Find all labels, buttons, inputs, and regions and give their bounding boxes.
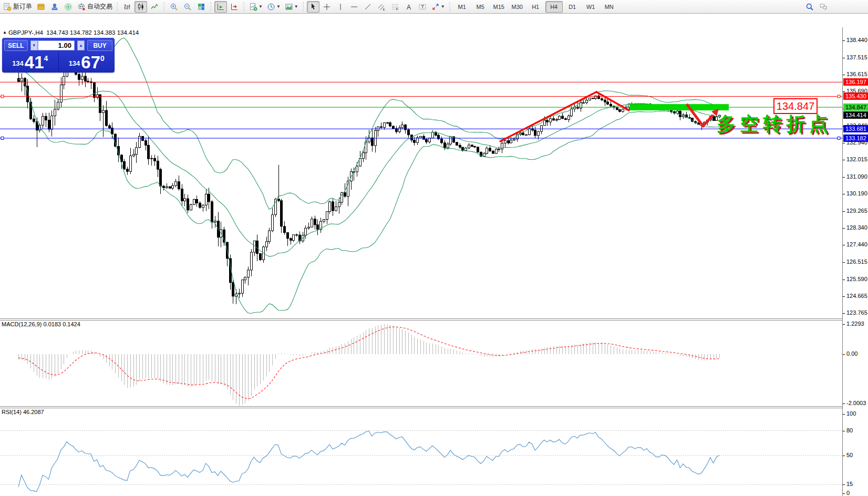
timeframe-d1-button[interactable]: D1: [564, 1, 581, 13]
indicator-axis-label: 80: [846, 427, 853, 433]
price-callout-box[interactable]: 134.847: [773, 98, 818, 114]
price-axis-tick: [843, 280, 845, 280]
templates-button[interactable]: ▼: [283, 1, 300, 13]
vertical-line-button[interactable]: [334, 1, 347, 13]
zoom-out-button[interactable]: [181, 1, 194, 13]
toolbar-separator: [162, 2, 166, 12]
volume-increase-button[interactable]: ▲: [77, 40, 85, 50]
tile-windows-button[interactable]: [195, 1, 208, 13]
new-order-button[interactable]: 新订单: [2, 1, 34, 13]
zoom-in-button[interactable]: [168, 1, 180, 13]
indicator-axis-tick: [843, 431, 845, 431]
market-watch-button[interactable]: [48, 1, 61, 13]
indicators-button[interactable]: ▼: [247, 1, 264, 13]
indicator-axis-label: 0: [846, 490, 850, 496]
equidistant-channel-button[interactable]: E: [375, 1, 388, 13]
signals-button[interactable]: [62, 1, 75, 13]
resistance-line-135430[interactable]: [0, 95, 842, 98]
fibonacci-button[interactable]: F: [389, 1, 401, 13]
buy-button[interactable]: BUY: [87, 40, 112, 51]
line-chart-button[interactable]: [148, 1, 161, 13]
price-axis-tick: [843, 40, 845, 41]
price-axis-tick: [843, 313, 845, 314]
trendline-button[interactable]: [361, 1, 374, 13]
trend-line[interactable]: [596, 92, 629, 110]
support-line-133681-axis-label: 133.681: [843, 125, 868, 132]
auto-scroll-icon: [216, 3, 225, 11]
indicator-axis-tick: [843, 484, 845, 485]
svg-text:E: E: [383, 7, 385, 11]
crosshair-button[interactable]: [321, 1, 333, 13]
sell-price[interactable]: 134 41 4: [2, 52, 59, 71]
trendline-icon: [364, 3, 372, 11]
sell-price-prefix: 134: [12, 59, 24, 67]
timeframe-h4-button[interactable]: H4: [545, 1, 563, 13]
toolbar-right: [803, 1, 830, 13]
timeframe-m1-button[interactable]: M1: [453, 1, 471, 13]
chart-shift-button[interactable]: [228, 1, 241, 13]
resistance-line-135430-axis-label: 135.430: [843, 92, 868, 100]
fibo-icon: F: [391, 3, 399, 11]
volume-input[interactable]: [38, 40, 75, 50]
autotrading-button[interactable]: 自动交易: [76, 1, 114, 13]
buy-price[interactable]: 134 67 0: [59, 52, 115, 71]
pane-divider[interactable]: [0, 406, 868, 407]
timeframe-m15-button[interactable]: M15: [490, 1, 508, 13]
pane-divider[interactable]: [0, 408, 868, 408]
timeframe-m30-button[interactable]: M30: [509, 1, 526, 13]
symbol-period-label: GBPJPY-,H4: [8, 29, 43, 36]
timeframe-m5-button[interactable]: M5: [472, 1, 489, 13]
market-watch-icon: [50, 3, 59, 11]
sell-button[interactable]: SELL: [4, 40, 28, 51]
bar-chart-button[interactable]: [121, 1, 133, 13]
signals-icon: [64, 3, 73, 11]
price-axis-tick: [843, 245, 845, 245]
chat-button[interactable]: [817, 1, 830, 13]
pane-divider[interactable]: [0, 320, 868, 321]
search-icon: [805, 3, 814, 11]
dropdown-caret-icon[interactable]: ▼: [276, 4, 281, 9]
horizontal-line-button[interactable]: [348, 1, 360, 13]
svg-text:A: A: [407, 3, 411, 11]
price-axis[interactable]: 138.440137.515136.615135.690134.765133.8…: [842, 27, 868, 496]
key-level-line-134847-axis-label: 134.847: [843, 104, 868, 111]
text-button[interactable]: A: [402, 1, 415, 13]
pane-divider[interactable]: [0, 318, 868, 319]
volume-decrease-button[interactable]: ▼: [30, 40, 38, 50]
one-click-top-row: SELL ▼ ▲ BUY: [4, 40, 112, 51]
new-order-icon: [3, 3, 12, 11]
buy-price-big: 67: [81, 55, 100, 70]
auto-scroll-button[interactable]: [214, 1, 227, 13]
current-price-axis-label: 134.414: [843, 111, 868, 119]
ohlc-values: 134.743 134.782 134.383 134.414: [46, 29, 139, 36]
periods-button[interactable]: ▼: [265, 1, 282, 13]
hline-icon: [350, 3, 358, 11]
profiles-button[interactable]: [35, 1, 47, 13]
timeframe-h1-button[interactable]: H1: [527, 1, 544, 13]
profile-icon: [37, 3, 45, 11]
price-axis-tick: [843, 160, 845, 160]
one-click-collapse-icon[interactable]: ▲: [3, 30, 7, 35]
trend-line[interactable]: [500, 92, 596, 141]
search-button[interactable]: [803, 1, 816, 13]
price-axis-label: 129.265: [846, 208, 867, 214]
key-level-highlight-bar[interactable]: [629, 104, 729, 110]
candle-chart-button[interactable]: [135, 1, 147, 13]
rsi-line: [18, 431, 719, 492]
cursor-button[interactable]: [307, 1, 319, 13]
arrows-button[interactable]: ▼: [430, 1, 447, 13]
price-axis-tick: [843, 75, 845, 75]
timeframe-mn-button[interactable]: MN: [601, 1, 618, 13]
toolbar-separator: [302, 2, 305, 12]
timeframe-w1-button[interactable]: W1: [582, 1, 600, 13]
dropdown-caret-icon[interactable]: ▼: [294, 4, 298, 9]
dropdown-caret-icon[interactable]: ▼: [259, 4, 263, 9]
turning-point-annotation[interactable]: 多空转折点: [717, 111, 832, 137]
dropdown-caret-icon[interactable]: ▼: [441, 4, 445, 9]
toolbar-main: 新订单自动交易▼▼▼EFAT▼M1M5M15M30H1H4D1W1MN: [1, 1, 618, 13]
text-label-button[interactable]: T: [416, 1, 429, 13]
indicator-axis-tick: [843, 493, 845, 494]
indicator-axis-label: -2.0003: [846, 400, 866, 406]
chart-canvas[interactable]: [0, 27, 842, 496]
price-axis-tick: [843, 194, 845, 194]
